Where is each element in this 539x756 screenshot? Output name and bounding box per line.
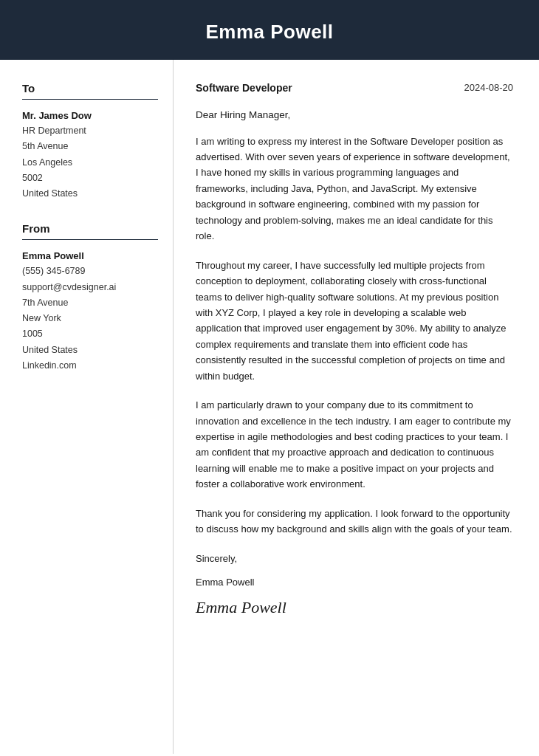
main-content: Software Developer 2024-08-20 Dear Hirin… [174, 60, 539, 754]
from-contact-email: support@cvdesigner.ai [22, 280, 158, 295]
from-section: From Emma Powell (555) 345-6789 support@… [22, 222, 158, 374]
from-contact-line4: United States [22, 343, 158, 358]
from-contact-line3: 1005 [22, 326, 158, 342]
to-section: To Mr. James Dow HR Department 5th Avenu… [22, 82, 158, 202]
letter-greeting: Dear Hiring Manager, [196, 107, 513, 123]
sidebar: To Mr. James Dow HR Department 5th Avenu… [0, 60, 174, 754]
to-divider [22, 99, 158, 100]
header: Emma Powell [0, 0, 539, 60]
letter-closing-line2: Emma Powell [196, 574, 513, 591]
from-contact-line1: 7th Avenue [22, 295, 158, 311]
to-contact-line3: Los Angeles [22, 155, 158, 171]
letter-date: 2024-08-20 [464, 82, 514, 93]
to-contact-line1: HR Department [22, 123, 158, 139]
from-contact-line2: New York [22, 311, 158, 326]
letter-header-row: Software Developer 2024-08-20 [196, 82, 513, 94]
page: Emma Powell To Mr. James Dow HR Departme… [0, 0, 539, 756]
letter-position: Software Developer [196, 82, 292, 94]
letter-closing: Sincerely, Emma Powell Emma Powell [196, 551, 513, 617]
to-contact-name: Mr. James Dow [22, 110, 158, 121]
letter-paragraph-1: I am writing to express my interest in t… [196, 134, 513, 244]
content-area: To Mr. James Dow HR Department 5th Avenu… [0, 60, 539, 754]
header-name: Emma Powell [30, 21, 509, 44]
letter-paragraph-4: Thank you for considering my application… [196, 506, 513, 537]
to-contact-line2: 5th Avenue [22, 139, 158, 154]
from-contact-line5: Linkedin.com [22, 358, 158, 374]
from-contact-phone: (555) 345-6789 [22, 264, 158, 279]
letter-paragraph-2: Throughout my career, I have successfull… [196, 258, 513, 385]
from-label: From [22, 222, 158, 235]
from-divider [22, 239, 158, 240]
to-label: To [22, 82, 158, 94]
letter-closing-line1: Sincerely, [196, 551, 513, 567]
letter-paragraph-3: I am particularly drawn to your company … [196, 397, 513, 492]
to-contact-line5: United States [22, 186, 158, 202]
from-contact-name: Emma Powell [22, 250, 158, 261]
to-contact-line4: 5002 [22, 171, 158, 186]
letter-signature: Emma Powell [196, 598, 513, 617]
